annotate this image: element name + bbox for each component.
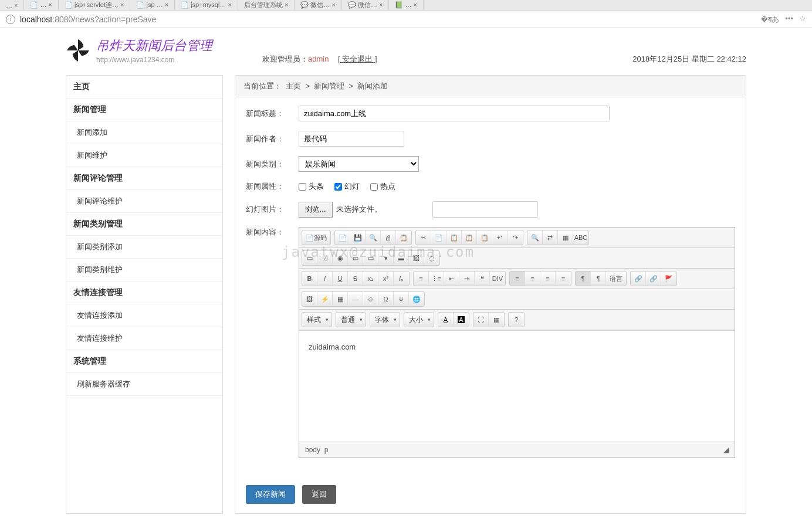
textfield-icon[interactable]: ▭ — [348, 251, 363, 265]
save-button[interactable]: 保存新闻 — [246, 485, 295, 504]
resize-handle-icon[interactable]: ◢ — [723, 446, 729, 454]
sidebar-link-add[interactable]: 友情连接添加 — [66, 304, 222, 327]
pagebreak-icon[interactable]: ⤋ — [394, 292, 409, 306]
italic-icon[interactable]: I — [317, 272, 333, 286]
superscript-icon[interactable]: x² — [378, 272, 394, 286]
sidebar-home[interactable]: 主页 — [66, 76, 222, 99]
outdent-icon[interactable]: ⇤ — [444, 272, 459, 286]
save-icon[interactable]: 💾 — [350, 230, 366, 245]
iframe-icon[interactable]: 🌐 — [409, 292, 424, 306]
tab[interactable]: 💬 微信… × — [295, 0, 342, 10]
textcolor-icon[interactable]: A — [438, 313, 454, 327]
align-justify-icon[interactable]: ≡ — [556, 272, 571, 286]
head-checkbox[interactable] — [299, 183, 306, 191]
flash-icon[interactable]: ⚡ — [317, 292, 333, 306]
spellcheck-icon[interactable]: ABC — [573, 230, 588, 245]
anchor-icon[interactable]: 🚩 — [661, 272, 676, 286]
tab[interactable]: 📄 … × — [24, 0, 59, 10]
bulletlist-icon[interactable]: ⋮≡ — [429, 272, 444, 286]
sidebar-link-mgmt[interactable]: 友情连接管理 — [66, 282, 222, 304]
subscript-icon[interactable]: x₂ — [363, 272, 378, 286]
imagebutton-icon[interactable]: 🖼 — [409, 251, 424, 265]
editor-body[interactable]: zuidaima.com — [299, 330, 735, 442]
new-icon[interactable]: 📄 — [335, 230, 350, 245]
paste-text-icon[interactable]: 📋 — [462, 230, 477, 245]
smiley-icon[interactable]: ☺ — [363, 292, 378, 306]
selectall-icon[interactable]: ▦ — [558, 230, 573, 245]
sidebar-news-maint[interactable]: 新闻维护 — [66, 144, 222, 167]
bold-icon[interactable]: B — [302, 272, 317, 286]
sidebar-news-mgmt[interactable]: 新闻管理 — [66, 99, 222, 121]
align-right-icon[interactable]: ≡ — [540, 272, 556, 286]
tab[interactable]: 📗 … × — [389, 0, 424, 10]
browse-button[interactable]: 浏览… — [299, 202, 333, 218]
back-button[interactable]: 返回 — [302, 485, 336, 504]
sidebar-refresh-cache[interactable]: 刷新服务器缓存 — [66, 373, 222, 396]
select-icon[interactable]: ▾ — [378, 251, 394, 265]
source-button[interactable]: 📄 源码 — [302, 230, 330, 245]
hidden-icon[interactable]: ◌ — [424, 251, 439, 265]
ltr-icon[interactable]: ¶ — [576, 272, 591, 286]
hot-checkbox[interactable] — [370, 183, 378, 191]
align-center-icon[interactable]: ≡ — [525, 272, 540, 286]
tab[interactable]: 📄 jsp … × — [130, 0, 175, 10]
showblocks-icon[interactable]: ▦ — [489, 313, 504, 327]
specialchar-icon[interactable]: Ω — [378, 292, 394, 306]
path-p[interactable]: p — [324, 446, 329, 454]
link-icon[interactable]: 🔗 — [631, 272, 646, 286]
attr-slide[interactable]: 幻灯 — [334, 181, 360, 192]
sidebar-cat-add[interactable]: 新闻类别添加 — [66, 236, 222, 259]
preview-icon[interactable]: 🔍 — [366, 230, 381, 245]
format-select[interactable]: 普通 — [336, 312, 366, 327]
sidebar-cat-mgmt[interactable]: 新闻类别管理 — [66, 213, 222, 236]
sidebar-sys-mgmt[interactable]: 系统管理 — [66, 350, 222, 373]
hr-icon[interactable]: — — [348, 292, 363, 306]
print-icon[interactable]: 🖨 — [381, 230, 396, 245]
textarea-icon[interactable]: ▭ — [363, 251, 378, 265]
sidebar-link-maint[interactable]: 友情连接维护 — [66, 327, 222, 350]
tab[interactable]: 💬 微信… × — [342, 0, 390, 10]
table-icon[interactable]: ▦ — [333, 292, 348, 306]
image-icon[interactable]: 🖼 — [302, 292, 317, 306]
about-icon[interactable]: ? — [509, 313, 524, 327]
sidebar-comment-mgmt[interactable]: 新闻评论管理 — [66, 167, 222, 190]
sidebar-comment-maint[interactable]: 新闻评论维护 — [66, 190, 222, 213]
tab[interactable]: … × — [0, 0, 24, 10]
lang-icon[interactable]: 语言 — [606, 272, 626, 286]
logout-link[interactable]: [ 安全退出 ] — [338, 55, 377, 63]
crumb-mgmt[interactable]: 新闻管理 — [314, 82, 344, 90]
slide-checkbox[interactable] — [334, 183, 342, 191]
paste-icon[interactable]: 📋 — [446, 230, 462, 245]
path-body[interactable]: body — [305, 446, 320, 454]
checkbox-icon[interactable]: ☑ — [317, 251, 333, 265]
cat-select[interactable]: 娱乐新闻 — [299, 156, 419, 172]
underline-icon[interactable]: U — [333, 272, 348, 286]
numlist-icon[interactable]: ≡ — [414, 272, 429, 286]
redo-icon[interactable]: ↷ — [508, 230, 523, 245]
reader-icon[interactable]: �बあ — [761, 14, 779, 25]
template-icon[interactable]: 📋 — [396, 230, 411, 245]
bgcolor-icon[interactable]: A — [454, 313, 469, 327]
sidebar-news-add[interactable]: 新闻添加 — [66, 121, 222, 144]
strike-icon[interactable]: S — [348, 272, 363, 286]
tab[interactable]: 📄 jsp+servlet连… × — [59, 0, 130, 10]
remove-format-icon[interactable]: Iₓ — [394, 272, 409, 286]
cut-icon[interactable]: ✂ — [416, 230, 431, 245]
author-input[interactable] — [299, 131, 404, 147]
align-left-icon[interactable]: ≡ — [510, 272, 525, 286]
form-icon[interactable]: ▭ — [302, 251, 317, 265]
undo-icon[interactable]: ↶ — [492, 230, 508, 245]
replace-icon[interactable]: ⇄ — [543, 230, 558, 245]
unlink-icon[interactable]: 🔗 — [646, 272, 661, 286]
maximize-icon[interactable]: ⛶ — [473, 313, 489, 327]
star-icon[interactable]: ☆ — [799, 14, 806, 25]
tab[interactable]: 后台管理系统 × — [238, 0, 295, 10]
indent-icon[interactable]: ⇥ — [459, 272, 475, 286]
rtl-icon[interactable]: ¶ — [591, 272, 606, 286]
attr-head[interactable]: 头条 — [299, 181, 324, 192]
info-icon[interactable]: i — [6, 15, 15, 24]
font-select[interactable]: 字体 — [370, 312, 400, 327]
div-icon[interactable]: DIV — [490, 272, 505, 286]
find-icon[interactable]: 🔍 — [527, 230, 543, 245]
button-icon[interactable]: ▬ — [394, 251, 409, 265]
